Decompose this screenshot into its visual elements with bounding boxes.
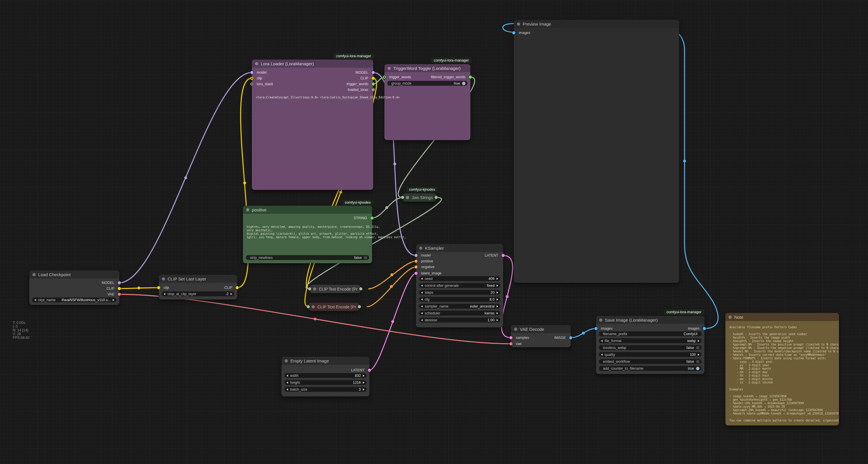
next-arrow-icon[interactable]	[497, 285, 498, 287]
collapse-dot-icon[interactable]	[32, 273, 36, 276]
pin-inputs[interactable]	[307, 305, 310, 308]
pin-string-output[interactable]	[435, 196, 438, 199]
collapse-dot-icon[interactable]	[246, 208, 249, 211]
node-titlebar[interactable]: TriggerWord Toggle (LoraManager)	[384, 64, 470, 72]
pin-model-output[interactable]	[372, 71, 375, 74]
next-arrow-icon[interactable]	[363, 375, 365, 377]
node-clip-set-last-layer[interactable]: CLIP Set Last Layer clip CLIP stop_at_cl…	[159, 275, 237, 299]
pin-model-input[interactable]	[250, 71, 254, 74]
widget-scheduler[interactable]: scheduler karras	[419, 311, 500, 316]
node-empty-latent-image[interactable]: Empty Latent Image LATENT width 832 heig…	[281, 357, 369, 397]
pin-negative-input[interactable]	[414, 265, 418, 269]
prev-arrow-icon[interactable]	[421, 285, 423, 287]
pin-filtered-trigger-words-output[interactable]	[469, 76, 472, 79]
pin-image-output[interactable]	[569, 336, 572, 340]
widget-add-counter-toggle[interactable]: add_counter_to_filename true	[599, 366, 702, 371]
pin-conditioning-output[interactable]	[360, 287, 363, 291]
node-preview-image[interactable]: Preview Image images	[514, 20, 679, 283]
widget-stop-at-clip-layer[interactable]: stop_at_clip_layer -2	[162, 291, 234, 296]
collapse-dot-icon[interactable]	[517, 23, 520, 26]
prev-arrow-icon[interactable]	[601, 340, 602, 342]
node-load-checkpoint[interactable]: Load Checkpoint MODEL CLIP VAE ckpt_name…	[29, 270, 119, 305]
pin-clip-output[interactable]	[372, 77, 375, 80]
toggle-dot-icon[interactable]	[696, 346, 700, 349]
toggle-dot-icon[interactable]	[696, 367, 700, 370]
node-titlebar[interactable]: Note	[725, 313, 839, 321]
collapse-dot-icon[interactable]	[514, 328, 517, 331]
pin-clip-output[interactable]	[236, 286, 239, 289]
pin-positive-input[interactable]	[414, 260, 418, 263]
node-save-image[interactable]: Save Image (LoraManager) images images f…	[596, 316, 704, 374]
collapse-dot-icon[interactable]	[285, 359, 288, 362]
next-arrow-icon[interactable]	[497, 312, 498, 314]
prev-arrow-icon[interactable]	[34, 299, 36, 301]
prev-arrow-icon[interactable]	[421, 305, 423, 308]
widget-seed[interactable]: seed 409	[419, 276, 500, 281]
prev-arrow-icon[interactable]	[286, 381, 288, 384]
pin-strings-input[interactable]	[401, 196, 404, 199]
node-titlebar[interactable]: CLIP Set Last Layer	[159, 275, 237, 283]
collapse-dot-icon[interactable]	[255, 62, 258, 65]
node-positive-prompt[interactable]: positive STRING highres, very detailed, …	[243, 206, 372, 263]
pin-trigger-words-output[interactable]	[372, 83, 375, 86]
pin-string-output[interactable]	[371, 216, 374, 220]
next-arrow-icon[interactable]	[497, 298, 498, 300]
widget-batch-size[interactable]: batch_size 3	[284, 387, 367, 392]
pin-conditioning-output[interactable]	[358, 305, 361, 308]
node-titlebar[interactable]: Load Checkpoint	[29, 270, 119, 279]
widget-height[interactable]: height 1216	[284, 380, 367, 385]
node-clip-text-encode-positive[interactable]: CLIP Text Encode (Pr	[310, 285, 361, 293]
node-titlebar[interactable]: Preview Image	[514, 20, 679, 28]
prev-arrow-icon[interactable]	[421, 298, 423, 300]
pin-inputs[interactable]	[308, 287, 311, 291]
prompt-textarea[interactable]: highres, very detailed, amazing quality,…	[247, 225, 406, 239]
collapse-dot-icon[interactable]	[388, 67, 391, 70]
widget-filename-prefix[interactable]: filename_prefix ComfyUI	[599, 331, 702, 336]
pin-latent-output[interactable]	[502, 254, 505, 257]
next-arrow-icon[interactable]	[363, 388, 365, 390]
pin-lora-stack-input[interactable]	[250, 83, 254, 86]
next-arrow-icon[interactable]	[230, 293, 232, 295]
pin-clip-output[interactable]	[118, 287, 121, 290]
comfyui-canvas[interactable]: T: 0.00s I: 0 N: 14 [14] V: 28 FPS:58.82…	[0, 0, 868, 464]
collapse-dot-icon[interactable]	[406, 196, 409, 199]
node-titlebar[interactable]: Save Image (LoraManager)	[596, 316, 704, 324]
widget-embed-workflow-toggle[interactable]: embed_workflow false	[599, 359, 702, 364]
pin-loaded-loras-output[interactable]	[372, 88, 375, 91]
pin-model-input[interactable]	[414, 254, 418, 257]
node-clip-text-encode-negative[interactable]: CLIP Text Encode (Pr	[308, 302, 360, 311]
lora-syntax-text[interactable]: <lora:CreateConcept_Illustrious:0.8> <lo…	[256, 96, 400, 99]
widget-ckpt-name[interactable]: ckpt_name il\waiNSFWIllustrious_v110.s..…	[32, 297, 117, 302]
collapse-dot-icon[interactable]	[419, 246, 422, 250]
widget-steps[interactable]: steps 20	[419, 290, 500, 295]
prev-arrow-icon[interactable]	[421, 278, 423, 280]
widget-strip-newlines-toggle[interactable]: strip_newlines false	[246, 255, 369, 260]
widget-width[interactable]: width 832	[284, 373, 367, 378]
prev-arrow-icon[interactable]	[421, 312, 423, 314]
next-arrow-icon[interactable]	[698, 353, 700, 356]
widget-control-after-generate[interactable]: control after generate fixed	[419, 283, 500, 288]
widget-denoise[interactable]: denoise 1.00	[419, 318, 500, 322]
node-vae-decode[interactable]: VAE Decode samples vae IMAGE	[511, 325, 571, 347]
prev-arrow-icon[interactable]	[601, 353, 602, 356]
widget-quality[interactable]: quality 100	[599, 352, 702, 357]
pin-images-output[interactable]	[703, 327, 706, 330]
pin-samples-input[interactable]	[509, 336, 513, 340]
node-join-strings[interactable]: Join Strings	[403, 193, 436, 202]
node-titlebar[interactable]: positive	[243, 206, 372, 214]
widget-sampler-name[interactable]: sampler_name euler_ancestral	[419, 304, 500, 309]
node-ksampler[interactable]: KSampler model positive negative latent_…	[416, 244, 503, 327]
pin-latent-image-input[interactable]	[414, 272, 418, 275]
pin-vae-input[interactable]	[509, 342, 513, 346]
widget-group-mode-toggle[interactable]: group_mode true	[387, 81, 467, 86]
node-triggerword-toggle[interactable]: TriggerWord Toggle (LoraManager) trigger…	[384, 64, 470, 140]
prev-arrow-icon[interactable]	[421, 319, 423, 321]
note-text[interactable]: Available filename_prefix Pattern Codes …	[730, 326, 838, 424]
node-titlebar[interactable]: Empty Latent Image	[281, 357, 369, 365]
node-titlebar[interactable]: KSampler	[416, 244, 503, 252]
pin-model-output[interactable]	[118, 281, 121, 285]
next-arrow-icon[interactable]	[497, 319, 498, 321]
next-arrow-icon[interactable]	[497, 305, 498, 308]
widget-file-format[interactable]: file_format webp	[599, 338, 702, 343]
next-arrow-icon[interactable]	[113, 299, 115, 301]
